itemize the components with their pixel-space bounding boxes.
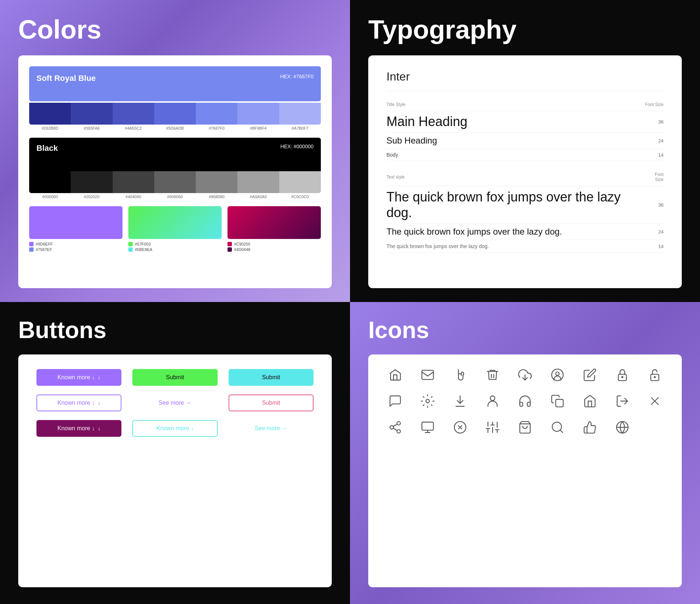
shade-label-7: #A7B0F7 (279, 126, 321, 130)
royal-blue-shades (29, 103, 321, 125)
colors-title: Colors (18, 15, 332, 44)
black-shades (29, 171, 321, 193)
typography-panel: Typography Inter Title Style Font Size M… (350, 0, 700, 302)
purple-dot-2 (29, 247, 34, 252)
download-icon (451, 392, 470, 411)
known-more-purple-filled[interactable]: Known more ↓ (36, 369, 121, 386)
black-label-6: #A0A0A0 (237, 195, 279, 199)
shade-label-4: #5D6ADB (154, 126, 196, 130)
buttons-title: Buttons (18, 317, 332, 344)
thumbs-up-icon (580, 418, 599, 437)
sample-large-size: 36 (645, 186, 664, 224)
green-legend-1: #57F053 (128, 242, 222, 246)
purple-label-1: #9D6EFF (36, 242, 53, 246)
chat-icon (386, 392, 405, 411)
black-label-4: #606060 (154, 195, 196, 199)
sample-medium-row: The quick brown fox jumps over the lazy … (386, 224, 664, 240)
download-cloud-icon (516, 365, 534, 384)
svg-rect-0 (422, 370, 433, 379)
copy-icon (548, 392, 567, 411)
lock-icon (613, 365, 632, 384)
svg-point-6 (654, 377, 655, 378)
royal-blue-block: Soft Royal Blue HEX: #7687F0 #262B8D #38… (29, 66, 321, 130)
icons-card (368, 354, 682, 587)
type-table-1: Title Style Font Size Main Heading 36 Su… (386, 102, 664, 161)
svg-point-1 (552, 369, 563, 381)
col-title-style: Title Style (386, 102, 612, 111)
body-size: 14 (612, 149, 664, 161)
see-more-cyan-text[interactable]: See more → (229, 420, 314, 437)
svg-point-8 (490, 396, 495, 401)
royal-blue-shade-labels: #262B8D #383FA6 #4A55C2 #5D6ADB #7687F0 … (29, 126, 321, 130)
svg-rect-18 (422, 422, 433, 430)
black-label-7: #C0C0C0 (279, 195, 321, 199)
svg-point-7 (426, 399, 430, 403)
svg-line-17 (393, 424, 397, 426)
sliders-icon (483, 418, 502, 437)
known-more-purple-outline[interactable]: Known more ↓ (36, 395, 121, 411)
subheading-row: Sub Heading 24 (386, 133, 664, 149)
black-shade-5 (196, 171, 237, 193)
black-header: Black HEX: #000000 (29, 138, 321, 171)
black-shade-2 (71, 171, 112, 193)
body-row: Body 14 (386, 149, 664, 161)
pink-label-2: #4D0448 (234, 247, 250, 252)
pink-legend-2: #4D0448 (228, 247, 321, 252)
shade-3 (113, 103, 154, 125)
sample-small-size: 14 (645, 240, 664, 253)
see-more-purple-text[interactable]: See more → (132, 395, 217, 411)
pink-dot-1 (228, 242, 232, 246)
black-label-3: #404040 (113, 195, 154, 199)
typography-card: Inter Title Style Font Size Main Heading… (368, 55, 682, 288)
body-style: Body (386, 149, 612, 161)
sample-medium: The quick brown fox jumps over the lazy … (386, 224, 645, 240)
black-shade-labels: #000000 #202020 #404040 #606060 #808080 … (29, 195, 321, 199)
svg-line-16 (393, 428, 397, 430)
icons-grid (383, 365, 667, 437)
black-shade-1 (29, 171, 71, 193)
black-shade-7 (279, 171, 321, 193)
black-label-1: #000000 (29, 195, 71, 199)
user-circle-icon (548, 365, 567, 384)
shade-1 (29, 103, 71, 125)
share-icon (386, 418, 405, 437)
headphones-icon (516, 392, 534, 411)
green-swatch: #57F053 #5BE8EA (128, 206, 222, 253)
purple-swatch: #9D6EFF #7587EF (29, 206, 122, 253)
royal-blue-hex: HEX: #7687F0 (280, 74, 314, 79)
black-label-5: #808080 (196, 195, 237, 199)
royal-blue-header: Soft Royal Blue HEX: #7687F0 (29, 66, 321, 101)
x-icon (645, 392, 664, 411)
shade-label-3: #4A55C2 (113, 126, 154, 130)
trash-icon (483, 365, 502, 384)
pink-box (228, 206, 321, 239)
user-icon (483, 392, 502, 411)
icons-title: Icons (368, 317, 682, 344)
x-circle-icon (451, 418, 470, 437)
font-name: Inter (386, 70, 664, 91)
shade-label-1: #262B8D (29, 126, 71, 130)
purple-box (29, 206, 122, 239)
submit-green[interactable]: Submit (132, 369, 217, 386)
mail-open-icon (580, 392, 599, 411)
royal-blue-name: Soft Royal Blue (36, 74, 96, 83)
black-name: Black (36, 144, 58, 153)
subheading-size: 24 (612, 133, 664, 149)
typography-title: Typography (368, 15, 682, 44)
pink-legend-1: #C90255 (228, 242, 321, 246)
mail-icon (418, 365, 437, 384)
sub-heading: Sub Heading (386, 133, 612, 149)
pink-label-1: #C90255 (234, 242, 250, 246)
icons-panel: Icons (350, 302, 700, 604)
submit-pink-outline[interactable]: Submit (229, 395, 314, 411)
colors-card: Soft Royal Blue HEX: #7687F0 #262B8D #38… (18, 55, 332, 288)
sample-small: The quick brown fox jumps over the lazy … (386, 240, 645, 253)
submit-cyan[interactable]: Submit (229, 369, 314, 386)
sample-large: The quick brown fox jumps over the lazy … (386, 186, 645, 224)
type-table-2: Text style Font Size The quick brown fox… (386, 172, 664, 253)
known-more-teal-outline[interactable]: Known more ↓ (132, 420, 217, 437)
col-font-size-1: Font Size (612, 102, 664, 111)
sample-large-row: The quick brown fox jumps over the lazy … (386, 186, 664, 224)
green-box (128, 206, 222, 239)
known-more-purple-dark[interactable]: Known more ↓ (36, 420, 121, 437)
